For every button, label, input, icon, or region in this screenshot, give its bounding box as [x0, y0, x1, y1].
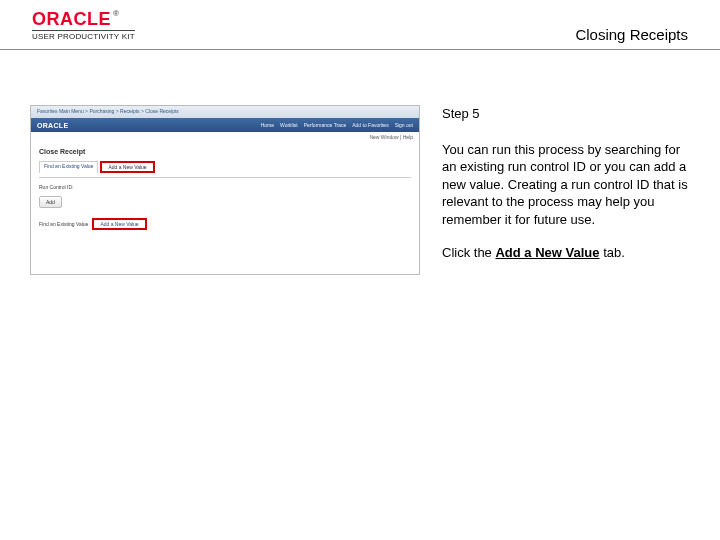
nav-add-favorites: Add to Favorites: [352, 122, 388, 128]
find-existing-label: Find an Existing Value: [39, 221, 88, 227]
instruction-action: Click the Add a New Value tab.: [442, 244, 690, 262]
screenshot-oracle-logo: ORACLE: [37, 122, 68, 129]
screenshot-nav-links: Home Worklist Performance Trace Add to F…: [261, 122, 413, 128]
add-button: Add: [39, 196, 62, 208]
screenshot-body: Close Receipt Find an Existing Value Add…: [31, 142, 419, 236]
screenshot-subbar: New Window | Help: [31, 132, 419, 142]
action-suffix: tab.: [600, 245, 625, 260]
screenshot-tabs: Find an Existing Value Add a New Value: [39, 161, 411, 173]
content-area: Favorites Main Menu > Purchasing > Recei…: [30, 105, 690, 275]
nav-signout: Sign out: [395, 122, 413, 128]
nav-performance: Performance Trace: [304, 122, 347, 128]
screenshot-divider: [39, 177, 411, 178]
screenshot-heading: Close Receipt: [39, 148, 411, 155]
nav-worklist: Worklist: [280, 122, 298, 128]
nav-home: Home: [261, 122, 274, 128]
screenshot-breadcrumb: Favorites Main Menu > Purchasing > Recei…: [31, 106, 419, 118]
tab-add-new-value[interactable]: Add a New Value: [100, 161, 154, 173]
instruction-panel: Step 5 You can run this process by searc…: [420, 105, 690, 275]
screenshot-navbar: ORACLE Home Worklist Performance Trace A…: [31, 118, 419, 132]
page-title: Closing Receipts: [575, 26, 688, 43]
oracle-tm: ®: [113, 9, 119, 18]
oracle-logo: ORACLE®: [32, 10, 135, 28]
tab-find-existing: Find an Existing Value: [39, 161, 98, 173]
oracle-logo-block: ORACLE® USER PRODUCTIVITY KIT: [32, 10, 135, 41]
step-label: Step 5: [442, 105, 690, 123]
add-new-value-link[interactable]: Add a New Value: [92, 218, 146, 230]
embedded-screenshot: Favorites Main Menu > Purchasing > Recei…: [30, 105, 420, 275]
run-control-label: Run Control ID:: [39, 184, 411, 190]
oracle-logo-subtitle: USER PRODUCTIVITY KIT: [32, 30, 135, 41]
oracle-logo-text: ORACLE: [32, 9, 111, 29]
instruction-paragraph: You can run this process by searching fo…: [442, 141, 690, 229]
action-target: Add a New Value: [495, 245, 599, 260]
page-header: ORACLE® USER PRODUCTIVITY KIT Closing Re…: [0, 10, 720, 50]
find-existing-row: Find an Existing Value Add a New Value: [39, 218, 411, 230]
action-prefix: Click the: [442, 245, 495, 260]
